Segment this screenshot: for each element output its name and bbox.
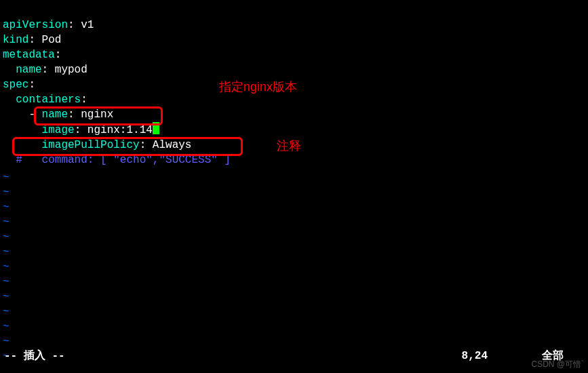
colon: : — [42, 64, 55, 76]
vim-tilde: ~ — [0, 334, 588, 349]
colon: : — [140, 139, 153, 151]
colon: : — [75, 124, 87, 136]
vim-tilde: ~ — [0, 319, 588, 334]
watermark: CSDN @可惜` — [531, 357, 584, 372]
vim-tilde: ~ — [0, 230, 588, 245]
yaml-key: imagePullPolicy — [42, 139, 140, 151]
vim-tilde: ~ — [0, 290, 588, 305]
yaml-key: containers — [16, 94, 81, 106]
code-editor[interactable]: apiVersion: v1 kind: Pod metadata: name:… — [0, 0, 588, 170]
yaml-value: nginx:1.14 — [87, 124, 153, 136]
yaml-key: name — [16, 64, 41, 76]
yaml-value: nginx — [81, 109, 113, 121]
vim-tilde: ~ — [0, 275, 588, 290]
vim-tilde: ~ — [0, 260, 588, 275]
vim-status-bar: -- 插入 -- 8,24 全部 — [0, 349, 588, 364]
list-dash: - — [28, 109, 41, 121]
yaml-value: v1 — [81, 19, 94, 31]
yaml-value: mypod — [55, 64, 87, 76]
colon: : — [28, 34, 41, 46]
yaml-key: kind — [3, 34, 28, 46]
yaml-comment: # command: [ "echo","SUCCESS" ] — [16, 154, 231, 166]
yaml-value: Always — [153, 139, 192, 151]
yaml-key: name — [42, 109, 68, 121]
yaml-key: metadata — [3, 49, 55, 61]
colon: : — [55, 49, 62, 61]
yaml-key: image — [42, 124, 75, 136]
text-cursor — [153, 122, 159, 134]
colon: : — [81, 94, 87, 106]
colon: : — [68, 109, 81, 121]
vim-tilde: ~ — [0, 245, 588, 260]
vim-tilde: ~ — [0, 170, 588, 185]
vim-tilde: ~ — [0, 215, 588, 230]
colon: : — [68, 19, 81, 31]
cursor-position: 8,24 — [462, 349, 488, 364]
yaml-key: spec — [3, 79, 28, 91]
vim-tilde: ~ — [0, 200, 588, 215]
yaml-key: apiVersion — [3, 19, 68, 31]
yaml-value: Pod — [42, 34, 62, 46]
vim-tilde: ~ — [0, 305, 588, 319]
vim-tilde: ~ — [0, 185, 588, 200]
colon: : — [28, 79, 35, 91]
vim-mode: -- 插入 -- — [4, 349, 65, 364]
